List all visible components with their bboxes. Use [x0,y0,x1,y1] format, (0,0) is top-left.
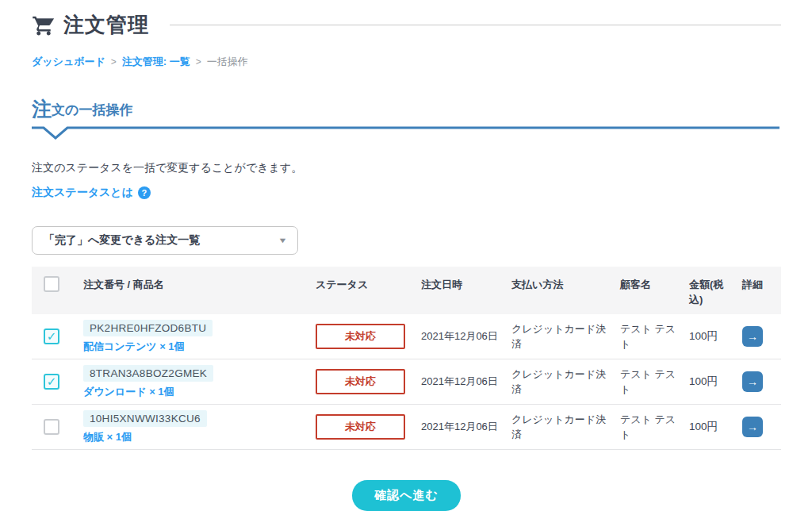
row-cell-detail: → [742,326,781,347]
status-badge: 未対応 [316,414,405,440]
breadcrumb: ダッシュボード > 注文管理: 一覧 > 一括操作 [32,55,781,69]
row-cell-date: 2021年12月06日 [421,328,511,344]
row-cell-order: 8TRAN3A8BOZ2GMEK ダウンロード × 1個 [83,365,316,399]
question-mark-icon[interactable]: ? [138,186,151,199]
orders-table: 注文番号 / 商品名 ステータス 注文日時 支払い方法 顧客名 金額(税込) 詳… [32,267,781,450]
header-cell-order: 注文番号 / 商品名 [83,267,316,293]
row-cell-payment: クレジットカード決済 [511,367,620,398]
row-cell-amount: 100円 [689,329,742,344]
order-number: 10HI5XNWWI33KCU6 [83,410,207,427]
row-cell-checkbox [32,419,83,435]
header-cell-payment: 支払い方法 [511,267,620,293]
product-link[interactable]: 配信コンテンツ × 1個 [83,340,306,354]
row-cell-status: 未対応 [316,324,421,349]
order-number: 8TRAN3A8BOZ2GMEK [83,365,213,382]
order-detail-button[interactable]: → [742,417,763,437]
arrow-right-icon: → [747,376,758,387]
page-container: 注文管理 ダッシュボード > 注文管理: 一覧 > 一括操作 注文の一括操作 注… [0,0,812,511]
page-title: 注文管理 [63,11,149,39]
row-cell-detail: → [742,371,781,392]
row-cell-date: 2021年12月06日 [421,374,511,390]
row-checkbox[interactable] [44,374,59,390]
section-description: 注文のステータスを一括で変更することができます。 [32,161,781,175]
section-underline-decoration [32,126,781,141]
select-all-checkbox[interactable] [44,276,59,292]
header-cell-detail: 詳細 [742,267,781,293]
title-divider [170,25,781,25]
order-status-help-link[interactable]: 注文ステータスとは [32,186,133,200]
order-list-filter-select[interactable]: 「完了」へ変更できる注文一覧 ▼ [32,226,298,255]
row-cell-detail: → [742,417,781,437]
row-cell-status: 未対応 [316,369,421,394]
row-cell-payment: クレジットカード決済 [511,412,620,443]
row-cell-order: 10HI5XNWWI33KCU6 物販 × 1個 [83,410,316,444]
row-cell-order: PK2HRE0HFZOD6BTU 配信コンテンツ × 1個 [83,320,316,354]
breadcrumb-link-order-list[interactable]: 注文管理: 一覧 [122,55,190,69]
row-cell-customer: テスト テスト [620,321,689,352]
arrow-right-icon: → [747,331,758,342]
status-badge: 未対応 [316,324,405,349]
table-row: PK2HRE0HFZOD6BTU 配信コンテンツ × 1個 未対応 2021年1… [32,314,781,359]
section-title-rest: 文の一括操作 [52,102,132,117]
row-cell-customer: テスト テスト [620,412,689,443]
row-checkbox[interactable] [44,328,59,344]
order-detail-button[interactable]: → [742,326,763,347]
product-link[interactable]: 物販 × 1個 [83,430,306,444]
shopping-cart-icon [32,13,56,37]
page-header: 注文管理 [32,11,781,39]
breadcrumb-separator: > [196,56,201,67]
header-cell-amount: 金額(税込) [689,267,742,308]
breadcrumb-current: 一括操作 [207,55,248,69]
header-cell-customer: 顧客名 [620,267,689,293]
order-number: PK2HRE0HFZOD6BTU [83,320,213,336]
confirm-button-area: 確認へ進む [32,480,781,511]
status-badge: 未対応 [316,369,405,394]
chevron-down-icon: ▼ [278,236,287,244]
section-title-first-char: 注 [32,98,52,120]
header-cell-status: ステータス [316,267,421,293]
breadcrumb-link-dashboard[interactable]: ダッシュボード [32,55,105,69]
product-link[interactable]: ダウンロード × 1個 [83,385,306,399]
row-cell-checkbox [32,374,83,390]
proceed-to-confirm-button[interactable]: 確認へ進む [352,480,461,511]
order-detail-button[interactable]: → [742,371,763,392]
row-cell-amount: 100円 [689,420,742,434]
row-cell-status: 未対応 [316,414,421,440]
row-cell-amount: 100円 [689,375,742,389]
selected-filter-label: 「完了」へ変更できる注文一覧 [44,233,200,248]
table-body: PK2HRE0HFZOD6BTU 配信コンテンツ × 1個 未対応 2021年1… [32,314,781,450]
breadcrumb-separator: > [111,56,117,67]
row-cell-payment: クレジットカード決済 [511,321,620,352]
header-cell-checkbox [32,267,83,292]
order-status-help[interactable]: 注文ステータスとは ? [32,186,151,200]
section-title: 注文の一括操作 [32,99,781,119]
table-row: 8TRAN3A8BOZ2GMEK ダウンロード × 1個 未対応 2021年12… [32,359,781,405]
row-cell-customer: テスト テスト [620,367,689,398]
table-row: 10HI5XNWWI33KCU6 物販 × 1個 未対応 2021年12月06日… [32,405,781,450]
row-cell-date: 2021年12月06日 [421,419,511,435]
arrow-right-icon: → [747,421,758,432]
header-cell-date: 注文日時 [421,267,511,293]
row-checkbox[interactable] [44,419,59,435]
table-header-row: 注文番号 / 商品名 ステータス 注文日時 支払い方法 顧客名 金額(税込) 詳… [32,267,781,314]
row-cell-checkbox [32,328,83,344]
